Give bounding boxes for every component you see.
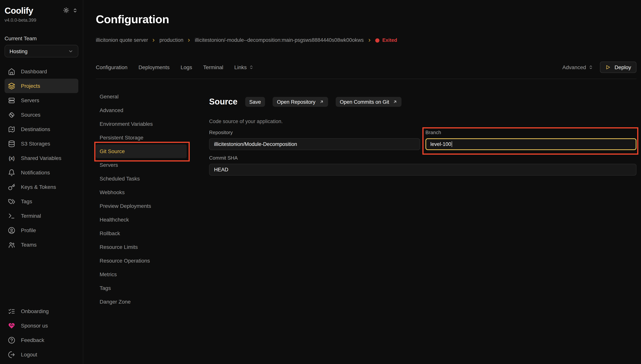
sidebar-item-label: Tags — [21, 198, 32, 204]
sidebar-item-label: Sources — [21, 112, 41, 118]
variable-icon: (x) — [8, 155, 15, 161]
sidebar-item-label: Terminal — [21, 213, 41, 219]
sidebar-item-feedback[interactable]: Feedback — [5, 333, 78, 347]
config-nav-persistent-storage[interactable]: Persistent Storage — [96, 131, 187, 144]
config-nav-resource-operations[interactable]: Resource Operations — [96, 254, 187, 268]
advanced-menu[interactable]: Advanced — [562, 64, 593, 70]
heart-handshake-icon — [8, 322, 15, 329]
arrow-up-right-icon — [393, 100, 397, 104]
branch-field: Branch level-100 — [425, 130, 636, 150]
source-section: Source Save Open Repository Open Commits… — [209, 90, 636, 175]
tags-icon — [8, 198, 15, 205]
app-logo: Coolify — [5, 5, 33, 16]
status-text: Exited — [382, 37, 397, 44]
tab-logs[interactable]: Logs — [181, 64, 192, 70]
breadcrumb-environment[interactable]: production — [160, 37, 183, 44]
main-area: Configuration illicitonion quote server … — [83, 0, 641, 364]
config-nav-tags[interactable]: Tags — [96, 281, 187, 295]
repository-field: Repository — [209, 130, 420, 150]
sidebar-header-icons — [63, 7, 78, 13]
config-nav-git-source[interactable]: Git Source — [96, 144, 187, 158]
tabs: Configuration Deployments Logs Terminal … — [96, 64, 254, 70]
play-icon — [605, 64, 611, 70]
bell-icon — [8, 169, 15, 176]
sidebar-item-label: Servers — [21, 97, 39, 103]
breadcrumb: illicitonion quote server production ill… — [96, 37, 636, 44]
help-circle-icon — [8, 336, 15, 344]
config-nav-scheduled-tasks[interactable]: Scheduled Tasks — [96, 172, 187, 186]
sidebar-item-teams[interactable]: Teams — [5, 238, 78, 252]
breadcrumb-project[interactable]: illicitonion quote server — [96, 37, 148, 44]
sidebar-footer: Onboarding Sponsor us Feedback Logout — [5, 304, 78, 362]
sidebar-item-profile[interactable]: Profile — [5, 223, 78, 238]
tab-deployments[interactable]: Deployments — [139, 64, 170, 70]
sidebar-item-tags[interactable]: Tags — [5, 194, 78, 208]
sidebar-item-shared-variables[interactable]: (x) Shared Variables — [5, 151, 78, 165]
sidebar-item-label: Teams — [21, 242, 37, 248]
sidebar-item-label: Notifications — [21, 170, 50, 176]
tab-links[interactable]: Links — [234, 64, 254, 70]
source-title: Source — [209, 97, 237, 107]
sidebar-item-dashboard[interactable]: Dashboard — [5, 64, 78, 79]
source-description: Code source of your application. — [209, 118, 636, 125]
sidebar-item-keys-tokens[interactable]: Keys & Tokens — [5, 180, 78, 194]
config-nav-general[interactable]: General — [96, 90, 187, 103]
repository-input[interactable] — [209, 138, 420, 150]
sidebar-item-sources[interactable]: Sources — [5, 108, 78, 122]
commit-sha-label: Commit SHA — [209, 155, 636, 161]
sidebar-header: Coolify — [5, 5, 78, 16]
config-nav-preview-deployments[interactable]: Preview Deployments — [96, 199, 187, 213]
sidebar-item-servers[interactable]: Servers — [5, 93, 78, 108]
sidebar-item-s3-storages[interactable]: S3 Storages — [5, 136, 78, 151]
save-button[interactable]: Save — [245, 97, 265, 107]
sidebar-item-label: Onboarding — [21, 308, 49, 314]
repository-label: Repository — [209, 130, 420, 136]
sidebar-item-onboarding[interactable]: Onboarding — [5, 304, 78, 318]
current-team-label: Current Team — [5, 35, 78, 42]
sidebar-item-projects[interactable]: Projects — [5, 79, 78, 93]
breadcrumb-application[interactable]: illicitestonion/-module--decomposition:m… — [195, 37, 364, 44]
home-icon — [8, 68, 15, 75]
open-commits-button[interactable]: Open Commits on Git — [336, 97, 402, 107]
app-version: v4.0.0-beta.399 — [5, 18, 78, 23]
tabs-actions: Advanced Deploy — [562, 62, 636, 73]
config-nav-healthcheck[interactable]: Healthcheck — [96, 213, 187, 226]
config-nav-danger-zone[interactable]: Danger Zone — [96, 295, 187, 308]
sidebar-item-label: S3 Storages — [21, 140, 50, 147]
sidebar-item-logout[interactable]: Logout — [5, 347, 78, 362]
sidebar-item-terminal[interactable]: Terminal — [5, 208, 78, 223]
config-nav-environment-variables[interactable]: Environment Variables — [96, 117, 187, 131]
sidebar-item-notifications[interactable]: Notifications — [5, 165, 78, 180]
users-icon — [8, 241, 15, 248]
sidebar-item-destinations[interactable]: Destinations — [5, 122, 78, 136]
chevrons-up-down-icon — [589, 65, 593, 70]
config-nav-webhooks[interactable]: Webhooks — [96, 186, 187, 199]
config-nav-servers[interactable]: Servers — [96, 158, 187, 172]
sidebar-item-label: Destinations — [21, 126, 50, 132]
tab-terminal[interactable]: Terminal — [203, 64, 223, 70]
source-header: Source Save Open Repository Open Commits… — [209, 90, 636, 114]
annotation-box-branch: Branch level-100 — [425, 130, 636, 150]
map-icon — [8, 126, 15, 133]
config-nav-resource-limits[interactable]: Resource Limits — [96, 240, 187, 254]
tab-configuration[interactable]: Configuration — [96, 64, 128, 70]
team-select[interactable]: Hosting — [5, 45, 78, 57]
config-nav-metrics[interactable]: Metrics — [96, 268, 187, 281]
config-nav-rollback[interactable]: Rollback — [96, 226, 187, 240]
chevrons-up-down-icon[interactable] — [73, 8, 78, 13]
terminal-icon — [8, 212, 15, 220]
chevron-right-icon — [367, 38, 372, 42]
sidebar-nav: Dashboard Projects Servers Sources Desti… — [5, 64, 78, 252]
sidebar-item-label: Sponsor us — [21, 322, 48, 329]
database-icon — [8, 140, 15, 147]
sidebar-item-sponsor-us[interactable]: Sponsor us — [5, 318, 78, 333]
theme-toggle-sun-icon[interactable] — [63, 7, 69, 13]
branch-input[interactable]: level-100 — [425, 138, 636, 150]
deploy-button[interactable]: Deploy — [600, 62, 636, 73]
sidebar-item-label: Dashboard — [21, 68, 47, 74]
open-repository-button[interactable]: Open Repository — [273, 97, 328, 107]
config-nav-advanced[interactable]: Advanced — [96, 103, 187, 117]
commit-sha-input[interactable] — [209, 164, 636, 175]
chevron-down-icon — [68, 48, 73, 54]
logout-icon — [8, 351, 15, 358]
